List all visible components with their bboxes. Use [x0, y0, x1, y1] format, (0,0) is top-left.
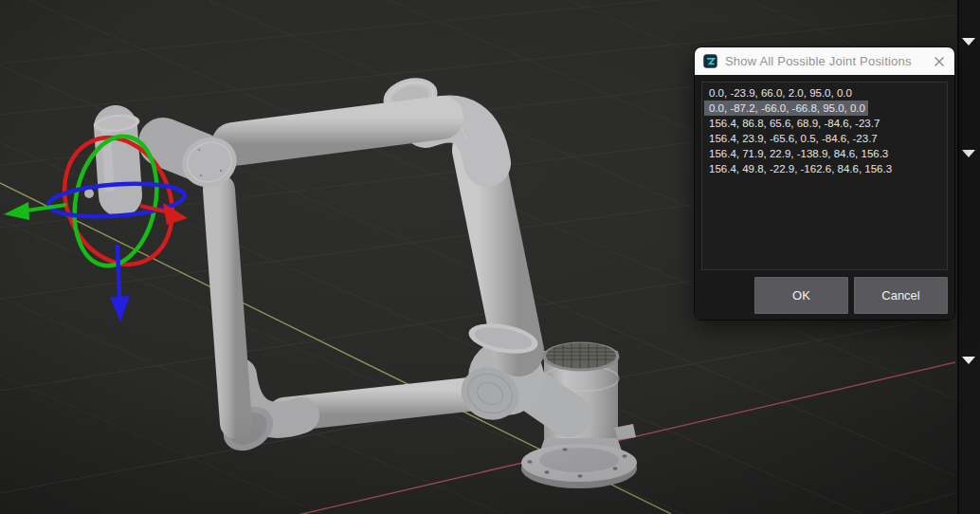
dialog-titlebar[interactable]: Show All Possible Joint Positions	[695, 47, 954, 75]
gizmo-z-arrow-shaft[interactable]	[118, 245, 119, 300]
joint-position-row[interactable]: 156.4, 49.8, -22.9, -162.6, 84.6, 156.3	[704, 161, 945, 176]
joint-position-row[interactable]: 156.4, 71.9, 22.9, -138.9, 84.6, 156.3	[704, 146, 945, 161]
robodk-window: Show All Possible Joint Positions 0.0, -…	[0, 0, 980, 514]
base-flange-step	[539, 448, 619, 472]
joint-position-row[interactable]: 156.4, 23.9, -65.6, 0.5, -84.6, -23.7	[704, 131, 945, 146]
joint-positions-dialog: Show All Possible Joint Positions 0.0, -…	[695, 47, 954, 320]
wrist-screw	[200, 174, 202, 176]
robot-left-link[interactable]	[219, 190, 236, 423]
dialog-button-row: OK Cancel	[701, 277, 948, 314]
ok-button[interactable]: OK	[754, 277, 848, 314]
chevron-down-icon[interactable]	[962, 357, 975, 364]
close-icon[interactable]	[933, 55, 946, 68]
joint-position-row[interactable]: 0.0, -23.9, 66.0, 2.0, 95.0, 0.0	[704, 85, 945, 101]
joint-position-row[interactable]: 156.4, 86.8, 65.6, 68.9, -84.6, -23.7	[704, 116, 945, 131]
dialog-title: Show All Possible Joint Positions	[725, 54, 933, 68]
right-panel-rail	[957, 0, 980, 514]
chevron-down-icon[interactable]	[962, 38, 975, 46]
gizmo-z-arrow-head[interactable]	[110, 296, 130, 322]
joint-positions-list: 0.0, -23.9, 66.0, 2.0, 95.0, 0.00.0, -87…	[701, 82, 948, 270]
wrist-screw	[198, 149, 200, 151]
joint-position-row[interactable]: 0.0, -87.2, -66.0, -66.8, 95.0, 0.0	[704, 101, 868, 116]
cancel-button[interactable]: Cancel	[854, 277, 948, 314]
dialog-body: 0.0, -23.9, 66.0, 2.0, 95.0, 0.00.0, -87…	[695, 75, 954, 320]
wrist-screw	[220, 170, 222, 172]
gizmo-y-arrow-head[interactable]	[4, 202, 29, 220]
robot-top-link[interactable]	[233, 118, 442, 144]
robodk-logo-icon	[703, 54, 717, 68]
chevron-down-icon[interactable]	[962, 150, 975, 157]
